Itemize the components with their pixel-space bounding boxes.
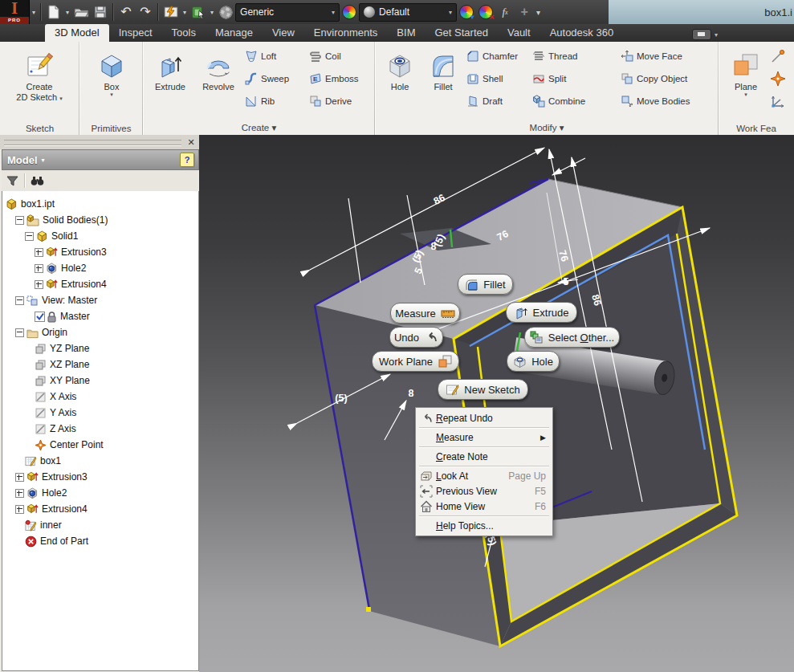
derive-button[interactable]: Derive xyxy=(309,90,373,112)
tree-item-master[interactable]: Master xyxy=(25,308,90,324)
tree-item-extrusion4[interactable]: Extrusion4 xyxy=(35,276,107,292)
shell-button[interactable]: Shell xyxy=(466,67,531,90)
tree-item-yz-plane[interactable]: YZ Plane xyxy=(25,340,89,356)
tree-item-extrusion3[interactable]: Extrusion3 xyxy=(35,244,107,260)
expand-plus-icon[interactable] xyxy=(35,280,43,289)
move-bodies-button[interactable]: Move Bodies xyxy=(621,90,717,112)
new-file-icon[interactable] xyxy=(44,2,63,22)
tree-item-xy-plane[interactable]: XY Plane xyxy=(25,373,90,389)
rib-button[interactable]: Rib xyxy=(245,90,307,112)
tab-get-started[interactable]: Get Started xyxy=(425,24,497,42)
tree-item-box1[interactable]: box1 xyxy=(15,453,61,469)
coil-button[interactable]: Coil xyxy=(309,45,373,67)
save-icon[interactable] xyxy=(91,2,110,22)
clear-appearance-icon[interactable]: ✕ xyxy=(476,2,495,22)
toolbar-overflow-icon[interactable]: ▾ xyxy=(536,8,540,17)
waxis-button[interactable] xyxy=(769,45,792,67)
menu-item-create-note[interactable]: Create Note xyxy=(417,449,552,464)
fillet-button[interactable]: Fillet xyxy=(421,44,465,120)
marking-extrude-button[interactable]: Extrude xyxy=(506,302,577,323)
expand-plus-icon[interactable] xyxy=(15,489,24,498)
tree-item-origin[interactable]: Origin xyxy=(15,324,67,340)
browser-header-caret-icon[interactable]: ▾ xyxy=(42,157,180,164)
redo-icon[interactable]: ↷ xyxy=(136,2,155,22)
marking-measure-button[interactable]: Measure xyxy=(390,303,460,324)
plane-button[interactable]: Plane▾ xyxy=(725,44,767,120)
tab-view[interactable]: View xyxy=(263,24,304,42)
add-tool-icon[interactable]: + xyxy=(515,2,534,22)
tab-inspect[interactable]: Inspect xyxy=(109,24,162,42)
menu-item-help-topics-[interactable]: Help Topics... xyxy=(417,518,552,533)
logo-caret-icon[interactable]: ▾ xyxy=(32,9,35,16)
menu-item-look-at[interactable]: Look AtPage Up xyxy=(417,468,552,483)
marking-new-sketch-button[interactable]: New Sketch xyxy=(438,379,528,400)
tree-item-end-of-part[interactable]: End of Part xyxy=(15,533,88,549)
panel-label[interactable]: Create ▾ xyxy=(143,122,375,133)
collapse-minus-icon[interactable] xyxy=(15,328,24,337)
big-button-caret-icon[interactable]: ▾ xyxy=(744,92,747,97)
color-wheel-icon[interactable] xyxy=(340,2,359,22)
tab-bim[interactable]: BIM xyxy=(387,24,425,42)
create-2d-sketch-button[interactable]: Create2D Sketch ▾ xyxy=(7,44,71,120)
emboss-button[interactable]: EEmboss xyxy=(309,67,373,90)
expand-plus-icon[interactable] xyxy=(15,473,24,482)
material-combo[interactable]: Generic ▾ xyxy=(235,3,340,22)
select-tool-icon[interactable] xyxy=(189,2,208,22)
expand-plus-icon[interactable] xyxy=(35,264,43,273)
tree-item-y-axis[interactable]: Y Axis xyxy=(25,405,76,421)
tree-item-inner[interactable]: inner xyxy=(15,517,62,533)
tree-item-extrusion4[interactable]: Extrusion4 xyxy=(15,501,88,517)
combine-button[interactable]: Combine xyxy=(532,90,619,112)
ribbon-display-toggle[interactable]: ▾ xyxy=(692,29,721,40)
tree-item-solid1[interactable]: Solid1 xyxy=(25,228,78,244)
collapse-minus-icon[interactable] xyxy=(15,216,24,225)
marking-select-other--button[interactable]: Select Other... xyxy=(524,327,620,348)
tree-item-z-axis[interactable]: Z Axis xyxy=(25,421,76,437)
wucs-button[interactable] xyxy=(769,90,792,112)
expand-plus-icon[interactable] xyxy=(35,248,43,257)
tab-vault[interactable]: Vault xyxy=(498,24,540,42)
thread-button[interactable]: Thread xyxy=(532,45,619,67)
browser-grip[interactable]: ✕ xyxy=(0,135,199,149)
tree-item-x-axis[interactable]: X Axis xyxy=(25,389,76,405)
move-face-button[interactable]: Move Face xyxy=(621,45,717,67)
search-binoculars-icon[interactable] xyxy=(26,172,47,189)
collapse-minus-icon[interactable] xyxy=(25,232,34,241)
appearance-combo[interactable]: Default ▾ xyxy=(359,3,457,22)
update-icon[interactable] xyxy=(161,2,181,22)
box-button[interactable]: Box▾ xyxy=(88,44,135,120)
browser-close-icon[interactable]: ✕ xyxy=(185,136,197,148)
tree-item-box1-ipt[interactable]: box1.ipt xyxy=(6,196,55,212)
viewport-canvas[interactable]: 8676(5)8(5)576586(5)8(5) FilletMeasureEx… xyxy=(199,135,794,672)
marking-fillet-button[interactable]: Fillet xyxy=(458,274,513,295)
tree-item-view-master[interactable]: View: Master xyxy=(15,292,97,308)
tab-manage[interactable]: Manage xyxy=(206,24,263,42)
filter-icon[interactable] xyxy=(2,172,22,189)
marking-undo-button[interactable]: Undo xyxy=(389,327,443,348)
tree-item-xz-plane[interactable]: XZ Plane xyxy=(25,356,89,373)
menu-item-measure[interactable]: Measure▶ xyxy=(417,430,552,445)
collapse-minus-icon[interactable] xyxy=(15,296,24,305)
browser-header[interactable]: Model ▾ ? xyxy=(2,149,199,170)
tab-autodesk-360[interactable]: Autodesk 360 xyxy=(540,24,624,42)
loft-button[interactable]: Loft xyxy=(245,45,307,67)
tree-item-hole2[interactable]: Hole2 xyxy=(35,260,86,276)
revolve-button[interactable]: Revolve xyxy=(194,44,242,120)
material-globe-icon[interactable] xyxy=(216,2,235,22)
parameters-fx-icon[interactable]: fx xyxy=(495,2,515,22)
undo-icon[interactable]: ↶ xyxy=(116,2,136,22)
open-icon[interactable] xyxy=(71,2,91,22)
menu-item-previous-view[interactable]: Previous ViewF5 xyxy=(417,483,552,499)
extrude-button[interactable]: Extrude xyxy=(148,44,193,120)
tree-item-hole2[interactable]: Hole2 xyxy=(15,485,67,501)
sweep-button[interactable]: Sweep xyxy=(245,67,307,90)
copy-object-button[interactable]: Copy Object xyxy=(621,67,717,90)
marking-work-plane-button[interactable]: Work Plane xyxy=(372,351,459,372)
panel-label[interactable]: Modify ▾ xyxy=(375,122,719,133)
adjust-appearance-icon[interactable]: ▼ xyxy=(457,2,476,22)
chamfer-button[interactable]: Chamfer xyxy=(466,45,531,67)
split-button[interactable]: Split xyxy=(532,67,619,90)
hole-button[interactable]: Hole xyxy=(380,44,420,120)
help-icon[interactable]: ? xyxy=(180,153,194,167)
expand-plus-icon[interactable] xyxy=(15,505,24,514)
